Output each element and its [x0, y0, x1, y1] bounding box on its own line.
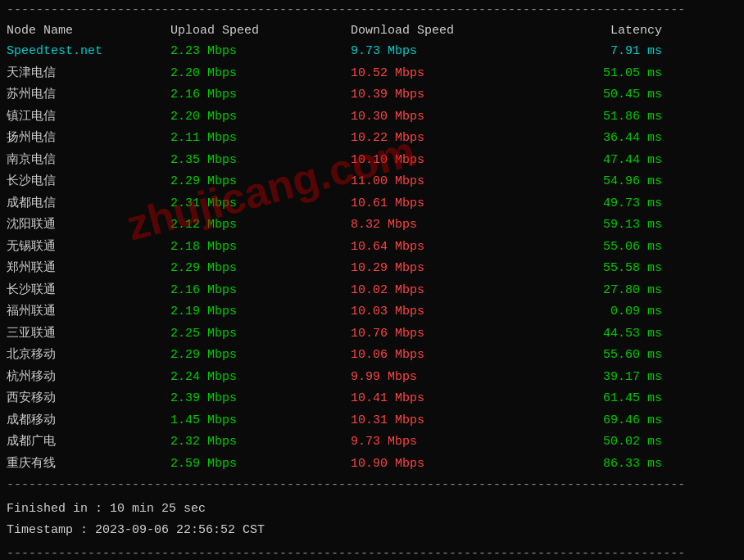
cell-download: 10.76 Mbps — [351, 325, 531, 344]
cell-upload: 2.39 Mbps — [170, 390, 351, 409]
cell-download: 8.32 Mbps — [351, 216, 531, 235]
cell-latency: 86.33 ms — [531, 455, 662, 474]
cell-upload: 2.16 Mbps — [170, 282, 351, 300]
cell-upload: 2.24 Mbps — [170, 368, 351, 387]
table-row: 苏州电信2.16 Mbps10.39 Mbps50.45 ms — [0, 84, 744, 106]
cell-node-name: 扬州电信 — [7, 129, 170, 148]
cell-upload: 2.23 Mbps — [170, 43, 351, 61]
cell-download: 10.30 Mbps — [351, 108, 531, 127]
cell-node-name: 南京电信 — [7, 151, 170, 170]
table-row: 无锡联通2.18 Mbps10.64 Mbps55.06 ms — [0, 237, 744, 259]
cell-node-name: 西安移动 — [7, 390, 170, 409]
finished-row: Finished in : 10 min 25 sec — [7, 499, 737, 520]
timestamp-label: Timestamp — [7, 523, 73, 537]
cell-upload: 2.31 Mbps — [170, 195, 351, 214]
header-upload: Upload Speed — [170, 24, 351, 38]
table-row: 沈阳联通2.12 Mbps8.32 Mbps59.13 ms — [0, 215, 744, 237]
table-row: 扬州电信2.11 Mbps10.22 Mbps36.44 ms — [0, 128, 744, 150]
cell-download: 10.64 Mbps — [351, 238, 531, 257]
footer: Finished in : 10 min 25 sec Timestamp : … — [0, 495, 744, 544]
table-row: 三亚联通2.25 Mbps10.76 Mbps44.53 ms — [0, 323, 744, 345]
header-latency: Latency — [531, 24, 662, 38]
table-row: 杭州移动2.24 Mbps9.99 Mbps39.17 ms — [0, 367, 744, 389]
cell-node-name: Speedtest.net — [7, 43, 170, 61]
cell-latency: 44.53 ms — [531, 325, 662, 344]
cell-upload: 2.18 Mbps — [170, 238, 351, 257]
cell-latency: 49.73 ms — [531, 195, 662, 214]
cell-node-name: 成都电信 — [7, 195, 170, 214]
table-row: 西安移动2.39 Mbps10.41 Mbps61.45 ms — [0, 388, 744, 410]
cell-node-name: 成都移动 — [7, 412, 170, 431]
cell-node-name: 沈阳联通 — [7, 216, 170, 235]
cell-node-name: 三亚联通 — [7, 325, 170, 344]
top-divider: ----------------------------------------… — [0, 0, 744, 20]
cell-upload: 2.20 Mbps — [170, 65, 351, 84]
cell-upload: 2.19 Mbps — [170, 303, 351, 322]
table-row: 成都广电2.32 Mbps9.73 Mbps50.02 ms — [0, 431, 744, 454]
cell-download: 10.41 Mbps — [351, 390, 531, 409]
cell-upload: 2.20 Mbps — [170, 108, 351, 127]
cell-download: 9.73 Mbps — [351, 43, 531, 61]
cell-download: 10.52 Mbps — [351, 65, 531, 84]
timestamp-value: : 2023-09-06 22:56:52 CST — [80, 523, 265, 537]
table-row: 天津电信2.20 Mbps10.52 Mbps51.05 ms — [0, 63, 744, 85]
cell-download: 10.61 Mbps — [351, 195, 531, 214]
cell-download: 10.10 Mbps — [351, 151, 531, 170]
cell-node-name: 苏州电信 — [7, 86, 170, 105]
cell-node-name: 郑州联通 — [7, 260, 170, 278]
cell-download: 10.22 Mbps — [351, 129, 531, 148]
cell-download: 10.90 Mbps — [351, 455, 531, 474]
cell-upload: 2.29 Mbps — [170, 260, 351, 278]
cell-upload: 2.11 Mbps — [170, 129, 351, 148]
table-row: 福州联通2.19 Mbps10.03 Mbps0.09 ms — [0, 301, 744, 323]
cell-node-name: 杭州移动 — [7, 368, 170, 387]
cell-node-name: 镇江电信 — [7, 108, 170, 127]
table-row: 郑州联通2.29 Mbps10.29 Mbps55.58 ms — [0, 258, 744, 280]
cell-download: 10.39 Mbps — [351, 86, 531, 105]
cell-node-name: 天津电信 — [7, 65, 170, 84]
cell-download: 10.03 Mbps — [351, 303, 531, 322]
table-row: Speedtest.net2.23 Mbps9.73 Mbps7.91 ms — [0, 41, 744, 63]
cell-upload: 2.29 Mbps — [170, 173, 351, 192]
cell-latency: 51.05 ms — [531, 65, 662, 84]
finished-value: : 10 min 25 sec — [95, 502, 206, 516]
table-row: 成都移动1.45 Mbps10.31 Mbps69.46 ms — [0, 410, 744, 432]
cell-download: 10.29 Mbps — [351, 260, 531, 278]
cell-latency: 47.44 ms — [531, 151, 662, 170]
cell-upload: 2.35 Mbps — [170, 151, 351, 170]
cell-upload: 2.12 Mbps — [170, 216, 351, 235]
cell-download: 11.00 Mbps — [351, 173, 531, 192]
table-row: 北京移动2.29 Mbps10.06 Mbps55.60 ms — [0, 345, 744, 367]
cell-upload: 2.32 Mbps — [170, 433, 351, 452]
cell-latency: 54.96 ms — [531, 173, 662, 192]
cell-upload: 2.29 Mbps — [170, 346, 351, 365]
cell-latency: 55.58 ms — [531, 260, 662, 278]
cell-latency: 7.91 ms — [531, 43, 662, 61]
cell-node-name: 北京移动 — [7, 346, 170, 365]
table-header: Node Name Upload Speed Download Speed La… — [0, 20, 744, 41]
table-row: 长沙联通2.16 Mbps10.02 Mbps27.80 ms — [0, 280, 744, 302]
cell-node-name: 长沙联通 — [7, 282, 170, 300]
finished-label: Finished in — [7, 502, 88, 516]
cell-latency: 69.46 ms — [531, 412, 662, 431]
cell-latency: 36.44 ms — [531, 129, 662, 148]
cell-node-name: 重庆有线 — [7, 455, 170, 474]
table-body: Speedtest.net2.23 Mbps9.73 Mbps7.91 ms天津… — [0, 41, 744, 475]
cell-latency: 50.02 ms — [531, 433, 662, 452]
timestamp-row: Timestamp : 2023-09-06 22:56:52 CST — [7, 520, 737, 541]
cell-download: 10.31 Mbps — [351, 412, 531, 431]
table-row: 南京电信2.35 Mbps10.10 Mbps47.44 ms — [0, 150, 744, 172]
cell-latency: 59.13 ms — [531, 216, 662, 235]
cell-upload: 2.16 Mbps — [170, 86, 351, 105]
cell-upload: 2.25 Mbps — [170, 325, 351, 344]
cell-node-name: 成都广电 — [7, 433, 170, 452]
cell-latency: 50.45 ms — [531, 86, 662, 105]
cell-latency: 27.80 ms — [531, 282, 662, 300]
header-node-name: Node Name — [7, 24, 170, 38]
table-row: 长沙电信2.29 Mbps11.00 Mbps54.96 ms — [0, 171, 744, 193]
cell-latency: 51.86 ms — [531, 108, 662, 127]
table-row: 成都电信2.31 Mbps10.61 Mbps49.73 ms — [0, 193, 744, 215]
header-download: Download Speed — [351, 24, 531, 38]
cell-latency: 55.60 ms — [531, 346, 662, 365]
cell-upload: 1.45 Mbps — [170, 412, 351, 431]
